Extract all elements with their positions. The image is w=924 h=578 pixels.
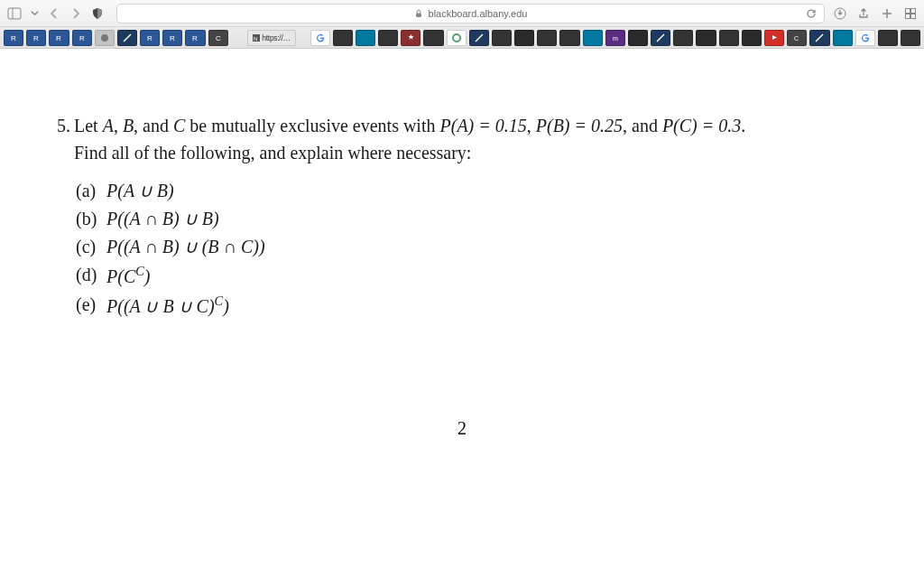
expr-base: P((A ∪ B ∪ C) — [106, 295, 215, 315]
toolbar-right — [834, 7, 917, 20]
tabs-icon[interactable] — [904, 7, 917, 20]
reload-icon[interactable] — [806, 8, 817, 19]
bookmark-item[interactable] — [423, 30, 443, 46]
bookmark-item[interactable] — [855, 30, 875, 46]
subpart-label: (e) — [76, 291, 106, 321]
bookmark-item[interactable]: R — [140, 30, 160, 46]
bookmark-https-label: https://… — [262, 33, 290, 42]
svg-text:R: R — [11, 34, 16, 42]
expr-close: ) — [223, 295, 229, 315]
nav-cluster — [7, 7, 82, 20]
svg-point-16 — [101, 34, 108, 42]
bookmarks-bar: R R R R R R R C N https://… m C — [0, 27, 924, 49]
subpart-label: (d) — [76, 261, 106, 291]
bookmark-item[interactable] — [537, 30, 557, 46]
expr-close: ) — [144, 266, 151, 286]
svg-point-28 — [453, 34, 460, 42]
bookmark-item[interactable]: R — [185, 30, 205, 46]
bookmark-item[interactable]: m — [605, 30, 625, 46]
bookmark-item[interactable] — [651, 30, 670, 46]
subpart-label: (a) — [76, 177, 106, 205]
bookmark-item[interactable] — [764, 30, 784, 46]
forward-button[interactable] — [69, 7, 82, 20]
share-icon[interactable] — [857, 7, 870, 20]
subpart-expr: P((A ∩ B) ∪ B) — [106, 205, 219, 233]
svg-rect-7 — [911, 14, 916, 18]
bookmark-item[interactable]: R — [72, 30, 92, 46]
bookmark-item[interactable] — [809, 30, 829, 46]
subpart-expr: P((A ∩ B) ∪ (B ∩ C)) — [106, 233, 265, 261]
page-number: 2 — [0, 418, 924, 439]
bookmark-item[interactable] — [833, 30, 853, 46]
bookmark-item[interactable] — [583, 30, 603, 46]
subpart-b: (b) P((A ∩ B) ∪ B) — [76, 205, 754, 233]
svg-rect-2 — [416, 13, 421, 17]
bookmark-item[interactable]: R — [26, 30, 46, 46]
bookmark-item[interactable]: R — [162, 30, 182, 46]
document-page: 5. Let A, B, and C be mutually exclusive… — [0, 49, 924, 578]
svg-text:R: R — [192, 34, 198, 42]
bookmark-item[interactable]: R — [4, 30, 23, 46]
subpart-a: (a) P(A ∪ B) — [76, 177, 754, 205]
subpart-e: (e) P((A ∪ B ∪ C)C) — [76, 291, 754, 321]
svg-rect-0 — [8, 8, 21, 19]
bookmark-item[interactable] — [742, 30, 762, 46]
subpart-label: (c) — [76, 233, 106, 261]
question-block: 5. Let A, B, and C be mutually exclusive… — [51, 112, 754, 320]
bookmark-item[interactable] — [719, 30, 739, 46]
new-tab-icon[interactable] — [881, 7, 893, 20]
bookmark-item[interactable] — [333, 30, 353, 46]
expr-sup: C — [135, 264, 144, 278]
stem-text: , — [527, 116, 536, 135]
svg-rect-26 — [339, 34, 346, 42]
chevron-down-icon[interactable] — [31, 9, 39, 17]
bookmark-item[interactable] — [447, 30, 467, 46]
bookmark-item[interactable] — [628, 30, 648, 46]
shield-icon[interactable] — [91, 7, 104, 20]
expr-sup: C — [215, 294, 224, 308]
svg-text:R: R — [33, 34, 39, 42]
stem-text: Let — [74, 116, 103, 135]
subparts: (a) P(A ∪ B) (b) P((A ∩ B) ∪ B) (c) P((A… — [74, 177, 754, 320]
download-icon[interactable] — [834, 7, 846, 20]
bookmark-item[interactable]: C — [787, 30, 807, 46]
bookmark-item[interactable] — [514, 30, 534, 46]
sidebar-toggle-icon[interactable] — [7, 7, 22, 20]
bookmark-item[interactable] — [117, 30, 137, 46]
bookmark-item[interactable] — [401, 30, 420, 46]
bookmark-item[interactable]: C — [208, 30, 228, 46]
bookmark-item[interactable] — [378, 30, 398, 46]
bookmark-item[interactable] — [95, 30, 115, 46]
question-number: 5. — [51, 112, 74, 320]
svg-text:R: R — [79, 34, 85, 42]
stem-var: A — [103, 116, 114, 135]
bookmark-https[interactable]: N https://… — [247, 30, 296, 46]
stem-var: B — [123, 116, 134, 135]
svg-rect-27 — [362, 34, 369, 42]
bookmark-item[interactable] — [878, 30, 898, 46]
bookmark-item[interactable] — [901, 30, 920, 46]
subpart-expr: P((A ∪ B ∪ C)C) — [106, 291, 229, 321]
bookmark-item[interactable] — [696, 30, 716, 46]
url-text: blackboard.albany.edu — [429, 8, 528, 19]
stem-text: , — [114, 116, 123, 135]
stem-text: be mutually exclusive events with — [185, 116, 439, 135]
back-button[interactable] — [48, 7, 60, 20]
subpart-c: (c) P((A ∩ B) ∪ (B ∩ C)) — [76, 233, 754, 261]
bookmark-item[interactable] — [356, 30, 375, 46]
bookmark-item[interactable] — [559, 30, 579, 46]
stem-text: , and — [134, 116, 173, 135]
svg-text:N: N — [254, 35, 257, 41]
bookmark-item[interactable] — [310, 30, 330, 46]
stem-var: C — [173, 116, 185, 135]
subpart-d: (d) P(CC) — [76, 261, 754, 291]
stem-text: , and — [623, 116, 662, 135]
bookmark-item[interactable]: R — [49, 30, 69, 46]
address-bar[interactable]: blackboard.albany.edu — [116, 4, 825, 23]
bookmark-item[interactable] — [492, 30, 512, 46]
lock-icon — [414, 9, 423, 18]
svg-text:R: R — [56, 34, 61, 42]
bookmark-item[interactable] — [469, 30, 489, 46]
bookmark-item[interactable] — [673, 30, 693, 46]
question-stem: Let A, B, and C be mutually exclusive ev… — [74, 112, 754, 320]
